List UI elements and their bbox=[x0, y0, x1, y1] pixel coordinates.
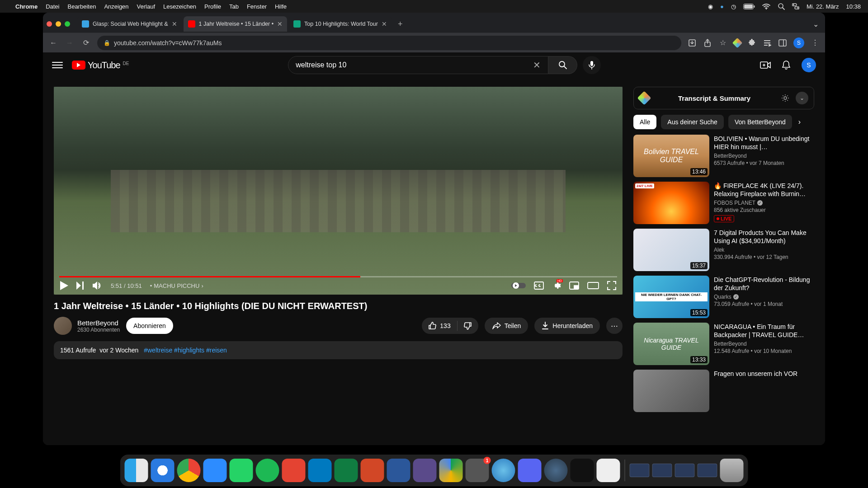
control-center-icon[interactable] bbox=[792, 3, 799, 9]
download-button[interactable]: Herunterladen bbox=[534, 318, 600, 334]
dock-drive[interactable] bbox=[439, 459, 463, 482]
dislike-button[interactable] bbox=[458, 318, 478, 334]
video-player[interactable]: 5:51 / 10:51 • MACHU PICCHU › HD bbox=[54, 87, 623, 295]
record-icon[interactable]: ◉ bbox=[708, 3, 713, 10]
menubar-app[interactable]: Chrome bbox=[15, 3, 38, 10]
channel-block[interactable]: BetterBeyond 2630 Abonnenten bbox=[54, 317, 120, 335]
dock-voice-memos[interactable] bbox=[571, 459, 594, 482]
menu-datei[interactable]: Datei bbox=[46, 3, 59, 10]
dock-excel[interactable] bbox=[335, 459, 358, 482]
share-icon[interactable] bbox=[703, 38, 712, 47]
dock-minimized-window[interactable] bbox=[675, 464, 695, 477]
wifi-icon[interactable] bbox=[762, 4, 770, 9]
tab-close-icon[interactable]: ✕ bbox=[382, 20, 387, 28]
tab-close-icon[interactable]: ✕ bbox=[277, 20, 283, 28]
menu-lesezeichen[interactable]: Lesezeichen bbox=[163, 3, 196, 10]
dock-quicktime[interactable] bbox=[544, 459, 568, 482]
maximize-window-button[interactable] bbox=[65, 21, 70, 27]
spotlight-icon[interactable] bbox=[778, 3, 785, 10]
clear-search-icon[interactable]: ✕ bbox=[533, 60, 541, 70]
dock-trello[interactable] bbox=[308, 459, 332, 482]
recommendation-item[interactable]: 24/7 LIVE 🔥 FIREPLACE 4K (LIVE 24/7). Re… bbox=[633, 182, 814, 224]
battery-icon[interactable] bbox=[743, 4, 755, 9]
channel-name[interactable]: BetterBeyond bbox=[77, 319, 120, 327]
voice-search-button[interactable] bbox=[583, 56, 601, 74]
recommendation-item[interactable]: Nicaragua TRAVEL GUIDE 13:33 NICARAGUA •… bbox=[633, 323, 814, 365]
profile-avatar[interactable]: S bbox=[793, 38, 804, 48]
sidepanel-icon[interactable] bbox=[778, 38, 787, 47]
dock-minimized-window[interactable] bbox=[698, 464, 717, 477]
theater-button[interactable] bbox=[587, 282, 599, 289]
reload-button[interactable]: ⟳ bbox=[81, 38, 91, 47]
youtube-logo[interactable]: YouTube DE bbox=[72, 60, 129, 70]
dock-word[interactable] bbox=[387, 459, 410, 482]
chip-aus-deiner-suche[interactable]: Aus deiner Suche bbox=[661, 115, 724, 129]
url-input[interactable]: 🔒 youtube.com/watch?v=cWw77k7auMs bbox=[97, 36, 681, 50]
miniplayer-button[interactable] bbox=[569, 282, 579, 290]
recommendation-item[interactable]: 15:37 7 Digital Products You Can Make Us… bbox=[633, 229, 814, 271]
dock-powerpoint[interactable] bbox=[361, 459, 384, 482]
hamburger-icon[interactable] bbox=[52, 60, 63, 70]
dock-app-blue[interactable] bbox=[492, 459, 515, 482]
forward-button[interactable]: → bbox=[65, 39, 75, 47]
tabs-dropdown-icon[interactable]: ⌄ bbox=[813, 20, 819, 28]
dock-discord[interactable] bbox=[518, 459, 542, 482]
notifications-icon[interactable] bbox=[782, 60, 791, 70]
status-dot-icon[interactable]: ● bbox=[720, 3, 724, 10]
create-icon[interactable] bbox=[760, 61, 771, 70]
recommendation-item[interactable]: Bolivien TRAVEL GUIDE 13:46 BOLIVIEN • W… bbox=[633, 135, 814, 177]
minimize-window-button[interactable] bbox=[56, 21, 61, 27]
dock-minimized-window[interactable] bbox=[630, 464, 650, 477]
menu-profile[interactable]: Profile bbox=[204, 3, 221, 10]
more-actions-button[interactable]: ⋯ bbox=[606, 318, 623, 334]
menu-fenster[interactable]: Fenster bbox=[247, 3, 267, 10]
search-input[interactable] bbox=[296, 61, 533, 69]
share-button[interactable]: Teilen bbox=[485, 318, 528, 334]
dock-finder[interactable] bbox=[125, 459, 148, 482]
install-icon[interactable] bbox=[688, 38, 697, 47]
description-box[interactable]: 1561 Aufrufe vor 2 Wochen #weltreise #hi… bbox=[54, 341, 623, 359]
tab-glasp[interactable]: Glasp: Social Web Highlight & ✕ bbox=[77, 16, 182, 32]
new-tab-button[interactable]: + bbox=[393, 19, 407, 29]
menu-hilfe[interactable]: Hilfe bbox=[275, 3, 287, 10]
dock-todoist[interactable] bbox=[282, 459, 306, 482]
extensions-icon[interactable] bbox=[747, 38, 756, 47]
kebab-menu-icon[interactable]: ⋮ bbox=[811, 38, 820, 47]
dock-app-white[interactable] bbox=[597, 459, 620, 482]
bookmark-icon[interactable]: ☆ bbox=[718, 38, 727, 47]
like-button[interactable]: 133 bbox=[422, 318, 457, 334]
dock-trash[interactable] bbox=[720, 459, 744, 482]
panel-settings-icon[interactable] bbox=[779, 92, 791, 104]
tab-close-icon[interactable]: ✕ bbox=[172, 20, 177, 28]
recommendation-item[interactable]: Fragen von unserem ich VOR bbox=[633, 370, 814, 412]
dock-chrome[interactable] bbox=[177, 459, 201, 482]
menubar-time[interactable]: 10:38 bbox=[846, 3, 861, 10]
panel-collapse-button[interactable]: ⌄ bbox=[796, 92, 808, 104]
dock-zoom[interactable] bbox=[203, 459, 227, 482]
close-window-button[interactable] bbox=[47, 21, 52, 27]
fullscreen-button[interactable] bbox=[607, 281, 616, 290]
tab-chatgpt[interactable]: Top 10 Highlights: World Tour ✕ bbox=[289, 16, 392, 32]
dock-spotify[interactable] bbox=[256, 459, 279, 482]
user-avatar[interactable]: S bbox=[802, 58, 816, 72]
search-button[interactable] bbox=[548, 56, 577, 74]
menu-anzeigen[interactable]: Anzeigen bbox=[104, 3, 128, 10]
settings-button[interactable]: HD bbox=[552, 281, 561, 290]
menu-bearbeiten[interactable]: Bearbeiten bbox=[67, 3, 96, 10]
clock-icon[interactable]: ◷ bbox=[731, 3, 736, 10]
dock-whatsapp[interactable] bbox=[230, 459, 253, 482]
play-button[interactable] bbox=[60, 281, 68, 290]
menu-tab[interactable]: Tab bbox=[229, 3, 239, 10]
glasp-extension-icon[interactable] bbox=[732, 38, 743, 48]
dock-imovie[interactable] bbox=[413, 459, 437, 482]
chip-von-betterbeyond[interactable]: Von BetterBeyond bbox=[728, 115, 792, 129]
captions-button[interactable] bbox=[534, 282, 544, 290]
subscribe-button[interactable]: Abonnieren bbox=[126, 318, 173, 334]
search-input-wrapper[interactable]: ✕ bbox=[288, 56, 548, 74]
next-button[interactable] bbox=[76, 282, 85, 290]
autoplay-toggle[interactable] bbox=[511, 282, 526, 289]
hashtags[interactable]: #weltreise #highlights #reisen bbox=[144, 347, 227, 354]
chip-alle[interactable]: Alle bbox=[633, 115, 656, 129]
menu-verlauf[interactable]: Verlauf bbox=[137, 3, 155, 10]
channel-avatar[interactable] bbox=[54, 317, 72, 335]
